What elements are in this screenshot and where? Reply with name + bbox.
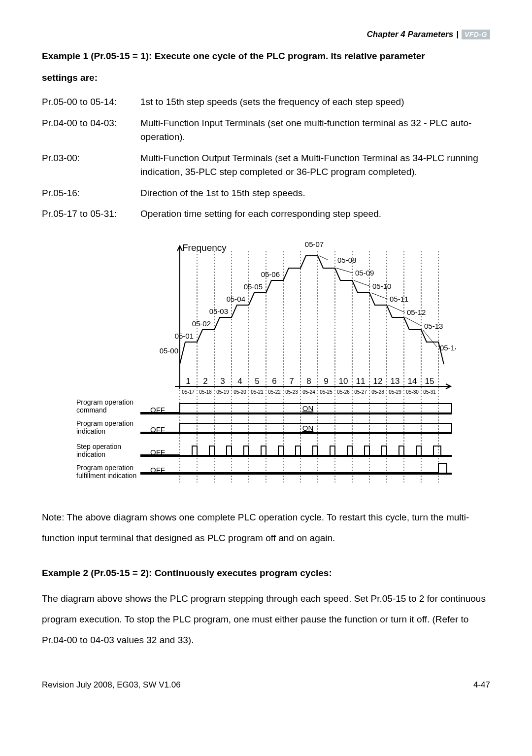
step-param: 05-03 [209, 307, 228, 315]
step-param: 05-11 [390, 295, 408, 303]
row-label-fulfil-l1: Program operation [76, 464, 133, 472]
product-badge: VFD-G [462, 30, 490, 39]
time-param: 05-23 [285, 389, 298, 395]
time-param: 05-17 [182, 389, 195, 395]
page-header: Chapter 4 Parameters | VFD-G [42, 30, 490, 39]
param-row: Pr.03-00: Multi-Function Output Terminal… [42, 151, 490, 179]
example2-title: Example 2 (Pr.05-15 = 2): Continuously e… [42, 568, 490, 579]
row-label-step-ind-l2: indication [76, 450, 105, 458]
row-label-prog-cmd-l2: command [76, 406, 106, 414]
svg-line-21 [388, 305, 405, 312]
param-desc: Multi-Function Output Terminals (set a M… [140, 151, 490, 179]
row-label-prog-ind-l2: indication [76, 427, 105, 435]
example1-title: Example 1 (Pr.05-15 = 1): Execute one cy… [42, 45, 490, 88]
time-param: 05-30 [406, 389, 419, 395]
plc-cycle-diagram: Frequency 05-00 05-01 05-02 05-03 05-04 … [42, 236, 490, 487]
step-param: 05-14 [440, 344, 456, 352]
frequency-label: Frequency [182, 242, 227, 253]
svg-line-22 [405, 317, 422, 326]
axis-num: 2 [203, 377, 207, 386]
axis-num: 1 [186, 377, 190, 386]
time-param: 05-18 [199, 389, 212, 395]
step-param: 05-04 [227, 295, 245, 303]
time-param: 05-27 [354, 389, 367, 395]
step-param: 05-06 [261, 270, 280, 278]
header-separator: | [456, 30, 459, 39]
example1-title-line2: settings are: [42, 67, 490, 89]
note-text: Note: The above diagram shows one comple… [42, 507, 490, 549]
axis-num: 12 [373, 377, 383, 386]
step-param: 05-02 [192, 319, 211, 328]
on-label: ON [302, 404, 314, 412]
axis-num: 10 [339, 377, 348, 386]
param-row: Pr.05-17 to 05-31: Operation time settin… [42, 207, 490, 221]
row-label-fulfil-l2: fulfillment indication [76, 472, 136, 480]
step-param: 05-05 [244, 282, 263, 291]
axis-num: 5 [255, 377, 259, 386]
page-footer: Revision July 2008, EG03, SW V1.06 4-47 [42, 680, 490, 690]
time-param: 05-25 [320, 389, 332, 395]
param-desc: Direction of the 1st to 15th step speeds… [140, 186, 490, 201]
svg-line-20 [371, 293, 388, 299]
footer-right: 4-47 [473, 680, 490, 690]
axis-num: 3 [220, 377, 225, 386]
param-row: Pr.04-00 to 04-03: Multi-Function Input … [42, 116, 490, 144]
example2-body: The diagram above shows the PLC program … [42, 588, 490, 650]
axis-num: 7 [289, 377, 294, 386]
time-param: 05-24 [302, 389, 315, 395]
param-row: Pr.05-16: Direction of the 1st to 15th s… [42, 186, 490, 201]
row-label-prog-ind-l1: Program operation [76, 419, 133, 427]
time-param: 05-31 [423, 389, 436, 395]
param-label: Pr.05-17 to 05-31: [42, 207, 140, 221]
step-param: 05-13 [424, 322, 443, 330]
row-label-prog-cmd-l1: Program operation [76, 398, 133, 406]
time-param: 05-29 [389, 389, 401, 395]
param-label: Pr.03-00: [42, 151, 140, 179]
step-param: 05-00 [160, 346, 178, 355]
footer-left: Revision July 2008, EG03, SW V1.06 [42, 680, 181, 690]
step-param: 05-10 [372, 282, 391, 290]
svg-line-19 [354, 280, 370, 286]
time-param: 05-26 [337, 389, 350, 395]
axis-num: 15 [425, 377, 434, 386]
param-label: Pr.05-00 to 05-14: [42, 95, 140, 109]
axis-num: 11 [356, 377, 366, 386]
time-param: 05-19 [216, 389, 229, 395]
row-label-step-ind-l1: Step operation [76, 443, 121, 450]
param-label: Pr.05-16: [42, 186, 140, 201]
svg-line-17 [319, 256, 328, 260]
step-param: 05-12 [407, 308, 426, 316]
axis-num: 6 [272, 377, 276, 386]
param-desc: 1st to 15th step speeds (sets the freque… [140, 95, 490, 109]
on-label: ON [302, 424, 314, 432]
plc-diagram-svg: Frequency 05-00 05-01 05-02 05-03 05-04 … [76, 236, 456, 487]
step-param: 05-08 [337, 256, 356, 264]
time-param: 05-21 [251, 389, 264, 395]
chapter-label: Chapter 4 Parameters [366, 30, 453, 39]
time-param: 05-20 [233, 389, 246, 395]
axis-num: 4 [237, 377, 242, 386]
axis-num: 8 [306, 377, 311, 386]
step-param: 05-01 [175, 332, 194, 340]
example1-title-line1: Example 1 (Pr.05-15 = 1): Execute one cy… [42, 45, 490, 67]
step-param: 05-07 [305, 240, 324, 248]
axis-num: 13 [391, 377, 400, 386]
axis-num: 9 [324, 377, 328, 386]
param-row: Pr.05-00 to 05-14: 1st to 15th step spee… [42, 95, 490, 109]
time-param: 05-28 [371, 389, 384, 395]
svg-line-18 [336, 268, 353, 273]
step-param: 05-09 [355, 269, 374, 277]
time-param: 05-22 [268, 389, 281, 395]
axis-num: 14 [408, 377, 417, 386]
param-label: Pr.04-00 to 04-03: [42, 116, 140, 144]
param-desc: Operation time setting for each correspo… [140, 207, 490, 221]
param-desc: Multi-Function Input Terminals (set one … [140, 116, 490, 144]
